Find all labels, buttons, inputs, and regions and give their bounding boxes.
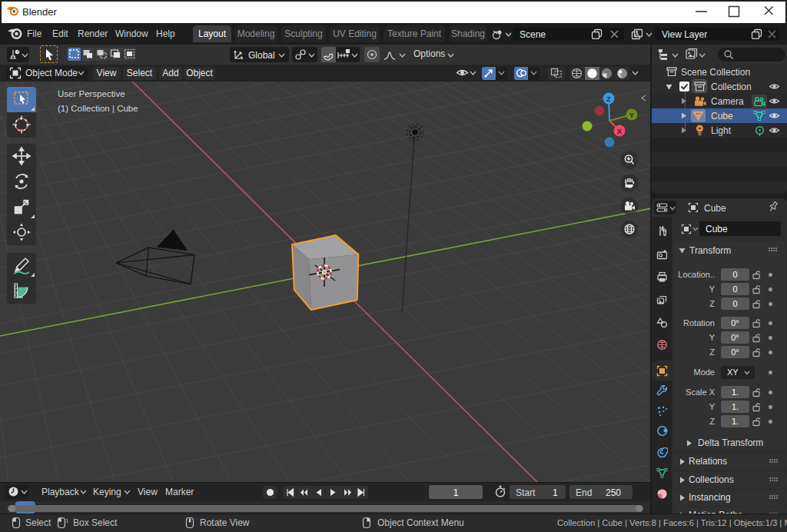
svg-text:Z: Z bbox=[606, 95, 611, 103]
svg-text:Y: Y bbox=[629, 111, 635, 119]
svg-text:X: X bbox=[617, 127, 623, 135]
